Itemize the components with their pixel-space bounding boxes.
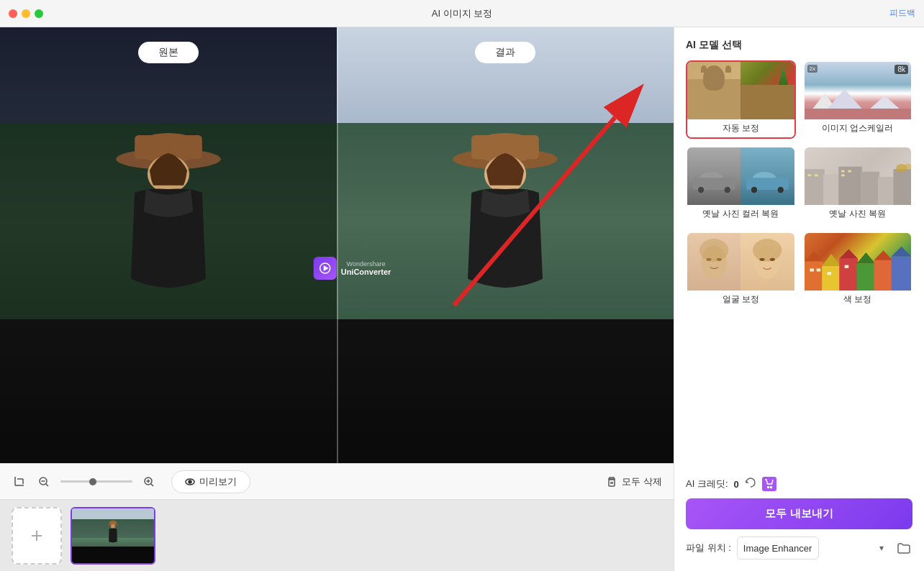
trash-icon — [606, 476, 617, 488]
split-image-container: Wondershare UniConverter — [0, 27, 674, 463]
model-image-color-fix — [805, 233, 912, 291]
svg-marker-71 — [856, 252, 875, 264]
svg-rect-79 — [844, 265, 848, 268]
svg-rect-46 — [860, 172, 879, 205]
svg-marker-75 — [891, 247, 911, 257]
svg-marker-11 — [324, 265, 329, 271]
bottom-toolbar: 미리보기 모두 삭제 — [0, 463, 674, 499]
export-button[interactable]: 모두 내보내기 — [686, 498, 912, 529]
svg-rect-25 — [609, 480, 615, 486]
feedback-link[interactable]: 피드백 — [889, 7, 915, 19]
delete-all-button[interactable]: 모두 삭제 — [606, 475, 662, 488]
refresh-icon[interactable] — [745, 477, 756, 491]
svg-marker-67 — [822, 254, 841, 266]
watermark-logo — [314, 257, 337, 280]
model-upscale-badge2: 2x — [807, 65, 817, 73]
svg-point-41 — [751, 187, 757, 193]
model-image-color-restore — [687, 147, 794, 205]
main-container: 원본 결과 — [0, 27, 924, 571]
model-image-auto — [687, 62, 794, 119]
preview-label: 미리보기 — [199, 475, 237, 488]
model-card-upscale[interactable]: 8k 2x 이미지 업스케일러 — [803, 60, 913, 139]
svg-rect-64 — [805, 261, 823, 291]
zoom-slider[interactable] — [60, 480, 132, 483]
model-card-auto[interactable]: 자동 보정 — [686, 60, 796, 139]
model-image-photo-restore — [805, 147, 912, 205]
credits-row: AI 크레딧: 0 — [686, 468, 912, 491]
watermark-product: UniConverter — [341, 268, 391, 276]
svg-point-57 — [699, 239, 728, 262]
model-card-color-fix[interactable]: 색 보정 — [803, 232, 913, 310]
svg-point-61 — [753, 239, 782, 262]
add-image-button[interactable] — [12, 507, 62, 565]
svg-rect-47 — [878, 177, 894, 205]
zoom-out-icon[interactable] — [36, 474, 52, 490]
model-label-face: 얼굴 보정 — [687, 291, 794, 309]
model-label-photo-restore: 옛날 사진 복원 — [805, 205, 912, 223]
model-card-face[interactable]: 얼굴 보정 — [686, 232, 796, 310]
svg-rect-36 — [805, 109, 912, 119]
thumbnail-image — [72, 508, 154, 563]
svg-rect-78 — [827, 272, 831, 275]
model-image-upscale: 8k 2x — [805, 62, 912, 119]
result-image — [337, 27, 674, 463]
svg-point-39 — [724, 187, 730, 193]
svg-line-20 — [151, 483, 154, 486]
original-image — [0, 27, 337, 463]
cart-icon[interactable] — [762, 477, 776, 491]
svg-point-81 — [770, 487, 771, 488]
file-location-select[interactable]: Image Enhancer Custom Folder Desktop Doc… — [737, 536, 819, 559]
svg-rect-70 — [856, 264, 875, 291]
svg-point-38 — [698, 187, 704, 193]
svg-rect-68 — [839, 259, 858, 291]
crop-icon[interactable] — [12, 474, 27, 490]
svg-rect-66 — [822, 266, 841, 291]
close-button[interactable] — [9, 9, 17, 18]
file-location-select-wrapper: Image Enhancer Custom Folder Desktop Doc… — [737, 536, 889, 559]
zoom-in-icon[interactable] — [141, 474, 157, 490]
maximize-button[interactable] — [35, 9, 43, 18]
thumbnail-strip — [0, 499, 674, 571]
svg-point-63 — [770, 258, 775, 261]
svg-rect-50 — [814, 174, 817, 176]
image-panel: 원본 결과 — [0, 27, 674, 571]
model-grid: 자동 보정 8k 2x — [686, 60, 912, 310]
watermark-brand: Wondershare — [341, 260, 391, 268]
svg-rect-49 — [807, 174, 811, 176]
file-location-label: 파일 위치 : — [686, 542, 731, 554]
model-card-color-restore[interactable]: 옛날 사진 컬러 복원 — [686, 146, 796, 224]
svg-rect-48 — [893, 169, 911, 205]
folder-icon[interactable] — [895, 539, 912, 557]
svg-rect-51 — [841, 170, 845, 173]
svg-point-58 — [706, 258, 711, 261]
preview-button[interactable]: 미리보기 — [171, 470, 250, 493]
svg-rect-45 — [838, 167, 861, 205]
eye-icon — [185, 477, 195, 487]
file-location-row: 파일 위치 : Image Enhancer Custom Folder Des… — [686, 536, 912, 559]
model-label-upscale: 이미지 업스케일러 — [805, 119, 912, 137]
model-label-auto: 자동 보정 — [687, 119, 794, 137]
svg-rect-53 — [841, 174, 845, 176]
traffic-lights — [9, 9, 43, 18]
svg-point-32 — [111, 524, 115, 529]
model-image-face — [687, 233, 794, 291]
svg-rect-76 — [810, 268, 814, 271]
svg-rect-77 — [816, 268, 820, 271]
model-label-color-fix: 색 보정 — [805, 291, 912, 309]
minimize-button[interactable] — [22, 9, 30, 18]
ai-model-section: AI 모델 선택 — [686, 39, 912, 321]
split-divider — [337, 27, 338, 463]
badge-8k: 8k — [894, 65, 908, 74]
delete-all-label: 모두 삭제 — [622, 475, 662, 488]
svg-marker-69 — [839, 249, 858, 259]
svg-point-62 — [760, 258, 765, 261]
right-panel: AI 모델 선택 — [674, 27, 924, 571]
credits-value: 0 — [734, 479, 739, 490]
image-display: Wondershare UniConverter — [0, 27, 674, 463]
thumbnail-item[interactable] — [71, 507, 155, 565]
svg-rect-72 — [874, 260, 892, 291]
svg-marker-65 — [805, 252, 823, 262]
svg-point-80 — [767, 487, 769, 488]
model-card-photo-restore[interactable]: 옛날 사진 복원 — [803, 146, 913, 224]
svg-rect-52 — [848, 170, 851, 173]
